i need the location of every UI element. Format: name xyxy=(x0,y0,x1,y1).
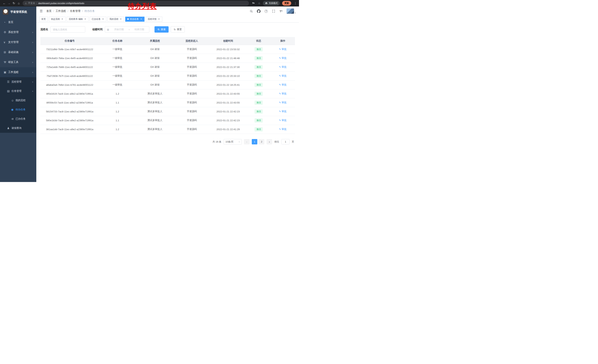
approve-link[interactable]: ✎ 审批 xyxy=(279,128,287,130)
approve-link[interactable]: ✎ 审批 xyxy=(279,101,287,104)
page-button-2[interactable]: 2 xyxy=(259,139,264,145)
update-button[interactable]: 更新 xyxy=(282,1,291,6)
reset-button[interactable]: ↻ 重置 xyxy=(171,26,185,32)
fullscreen-icon[interactable] xyxy=(272,9,276,13)
github-icon[interactable] xyxy=(257,9,261,13)
tab-close-icon[interactable]: × xyxy=(119,18,122,20)
approve-link[interactable]: ✎ 审批 xyxy=(279,48,287,50)
goto-page-input[interactable] xyxy=(281,139,290,145)
page-button-1[interactable]: 1 xyxy=(252,139,257,145)
breadcrumb-item[interactable]: 工作流程 xyxy=(56,9,66,13)
tab-流程详情[interactable]: 流程详情× xyxy=(146,17,162,22)
chevron-down-icon: ∨ xyxy=(32,41,33,43)
key-icon[interactable] xyxy=(252,1,256,5)
date-range-picker[interactable]: ▦ 开始日期 - 结束日期 xyxy=(105,26,149,32)
pagination: 共 16 条 10条/页 ∨ ‹ 12 › 前往 页 xyxy=(40,139,295,145)
reload-icon[interactable]: ↻ xyxy=(11,1,16,6)
user-menu[interactable]: ▾ xyxy=(286,8,296,14)
chevron-down-icon: ∨ xyxy=(239,141,240,143)
sidebar-item-workflow[interactable]: ▣ 工作流程 ∧ xyxy=(0,67,36,77)
approve-link[interactable]: ✎ 审批 xyxy=(279,92,287,95)
approve-link[interactable]: ✎ 审批 xyxy=(279,57,287,59)
process-name-input[interactable] xyxy=(50,26,85,32)
create-time: 2022-01-22 23:53:32 xyxy=(210,45,247,54)
sidebar-item-todo-task[interactable]: ◉ 待办任务 xyxy=(0,105,36,114)
sidebar-item-task-mgmt[interactable]: ▤ 任务管理 ∧ xyxy=(0,87,36,96)
share-icon: ⇉ xyxy=(11,117,16,121)
tab-已办任务[interactable]: 已办任务× xyxy=(90,17,106,22)
breadcrumb-item[interactable]: 任务管理 xyxy=(70,9,80,13)
process-name: 测试多审批人 xyxy=(136,98,174,107)
approve-link[interactable]: ✎ 审批 xyxy=(279,83,287,86)
browser-menu-icon[interactable]: ⋮ xyxy=(294,2,297,5)
search-button[interactable]: 搜索 xyxy=(155,26,169,32)
task-name: 1.1 xyxy=(99,116,136,125)
address-bar[interactable]: ⚠ 不安全 | dashboard.yudao.iocoder.cn/bpm/t… xyxy=(23,1,249,6)
tab-close-icon[interactable]: × xyxy=(84,18,86,20)
incognito-icon xyxy=(265,2,268,4)
back-icon[interactable]: ← xyxy=(2,1,7,6)
collapse-menu-icon[interactable]: ☰ xyxy=(40,9,43,13)
sidebar-item-home[interactable]: ◔ 首页 xyxy=(0,17,36,27)
approve-link[interactable]: ✎ 审批 xyxy=(279,65,287,68)
prev-page-button[interactable]: ‹ xyxy=(244,139,249,145)
column-header: 所属流程 xyxy=(136,37,174,45)
task-id: 069c6a63-7b8a-11ec-8ef0-acde48001122 xyxy=(40,54,99,63)
page-size-select[interactable]: 10条/页 ∨ xyxy=(224,139,242,145)
initiator: 芋道源码 xyxy=(174,116,209,125)
help-icon[interactable]: ? xyxy=(264,9,268,13)
next-page-button[interactable]: › xyxy=(266,139,272,145)
tab-close-icon[interactable]: × xyxy=(102,18,104,20)
sidebar-item-label: 研发工具 xyxy=(8,61,18,64)
sidebar-item-process-mgmt[interactable]: ☰ 流程管理 ∨ xyxy=(0,77,36,87)
approve-link[interactable]: ✎ 审批 xyxy=(279,110,287,113)
tab-close-icon[interactable]: × xyxy=(61,18,64,20)
breadcrumb: 首页 / 工作流程 / 任务管理 / 待办任务 xyxy=(46,9,95,13)
tab-流程表单-编辑[interactable]: 流程表单-编辑× xyxy=(67,17,89,22)
tab-待办任务[interactable]: 待办任务× xyxy=(125,17,144,22)
edit-icon: ✎ xyxy=(279,92,281,95)
tab-我的流程[interactable]: 我的流程× xyxy=(108,17,124,22)
page-content: 流程名 创建时间 ▦ 开始日期 - 结束日期 搜索 ↻ 重置 xyxy=(36,23,299,182)
status-badge: 激活 xyxy=(255,127,263,131)
sidebar-item-payment[interactable]: ¥ 支付管理 ∨ xyxy=(0,37,36,47)
create-time: 2022-01-21 22:42:23 xyxy=(210,107,247,116)
sidebar-item-system[interactable]: ⚙ 系统管理 ∨ xyxy=(0,27,36,37)
search-icon[interactable] xyxy=(249,9,253,13)
briefcase-icon: ▣ xyxy=(4,71,8,74)
status-badge: 激活 xyxy=(255,101,263,105)
breadcrumb-item-current: 待办任务 xyxy=(84,9,95,13)
table-row: 8f0d1619-7ac8-11ec-a9e2-a2380e71991a1.2测… xyxy=(40,89,295,98)
edit-icon: ✎ xyxy=(279,75,281,77)
tab-close-icon[interactable]: × xyxy=(158,18,160,20)
logo-image xyxy=(3,9,8,15)
chat-users-icon: ☺ xyxy=(11,99,16,102)
sidebar-item-done-task[interactable]: ⇉ 已办任务 xyxy=(0,114,36,123)
tab-发起流程[interactable]: 发起流程× xyxy=(49,17,66,22)
bookmark-star-icon[interactable]: ☆ xyxy=(258,2,260,5)
approve-link[interactable]: ✎ 审批 xyxy=(279,74,287,77)
column-header: 创建时间 xyxy=(210,37,247,45)
table-row: 8f059c03-7ac8-11ec-a9e2-a2380e71991a1.1测… xyxy=(40,98,295,107)
app-logo[interactable]: 芋道管理系统 xyxy=(0,7,36,17)
breadcrumb-item[interactable]: 首页 xyxy=(46,9,51,13)
sidebar-item-infra[interactable]: ⊞ 基础设施 ∨ xyxy=(0,47,36,57)
sidebar-item-my-process[interactable]: ☺ 我的流程 xyxy=(0,96,36,105)
create-time-label: 创建时间 xyxy=(92,28,103,31)
process-name-label: 流程名 xyxy=(40,28,48,31)
task-table-body: 73211d9d-7b9b-11ec-b5b7-acde48001122一级审批… xyxy=(40,45,295,134)
forward-icon[interactable]: → xyxy=(7,1,11,6)
tab-首页[interactable]: 首页 xyxy=(39,17,48,22)
tab-close-icon[interactable]: × xyxy=(140,18,142,20)
search-icon xyxy=(158,28,160,31)
initiator: 芋道源码 xyxy=(174,98,209,107)
sidebar-item-leave-query[interactable]: ♟ 请假查询 xyxy=(0,123,36,133)
process-name: 测试多审批人 xyxy=(136,107,174,116)
tab-label: 待办任务 xyxy=(130,18,139,21)
sidebar-item-label: 任务管理 xyxy=(11,89,22,93)
sidebar-item-devtools[interactable]: ⚒ 研发工具 ∨ xyxy=(0,57,36,67)
update-label: 更新 xyxy=(284,2,289,5)
home-icon[interactable]: ⌂ xyxy=(16,1,21,6)
font-size-icon[interactable]: TT xyxy=(279,9,283,13)
approve-link[interactable]: ✎ 审批 xyxy=(279,119,287,122)
